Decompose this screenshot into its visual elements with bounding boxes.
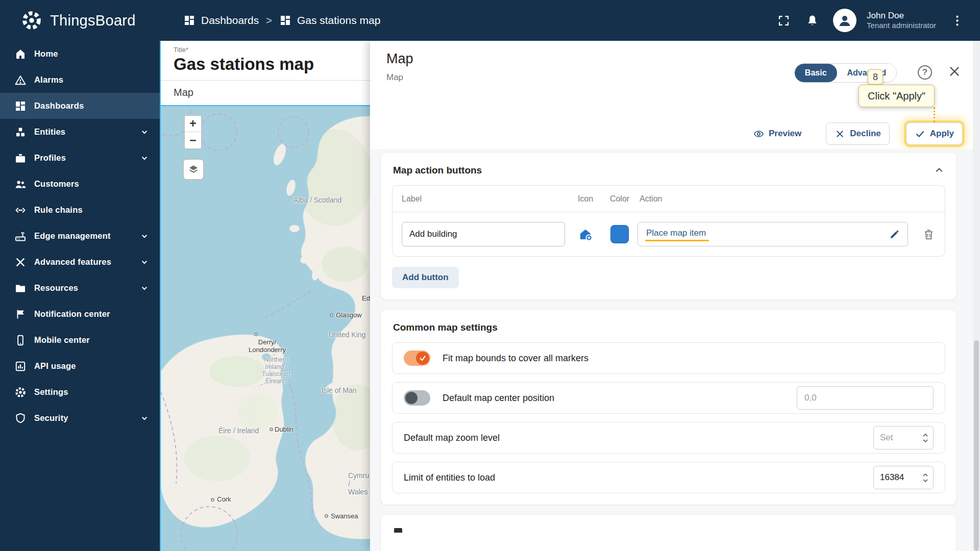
breadcrumb-current-dashboard[interactable]: Gas stations map: [279, 14, 380, 27]
sidebar-item-profiles[interactable]: Profiles: [0, 145, 160, 171]
stepper-down-icon: [922, 439, 928, 443]
action-buttons-table: Label Icon Color Action: [392, 185, 945, 257]
chart-icon: [14, 360, 27, 372]
setting-fit-bounds: Fit map bounds to cover all markers: [392, 342, 945, 374]
tutorial-callout: Click "Apply": [859, 85, 935, 107]
sidebar-item-settings[interactable]: Settings: [0, 379, 160, 405]
top-bar: ThingsBoard Dashboards > Gas stations ma…: [0, 0, 980, 41]
zoom-level-input[interactable]: [874, 433, 920, 443]
x-icon: [835, 129, 845, 139]
tab-advanced[interactable]: Advanced: [837, 64, 896, 82]
zoom-out-button[interactable]: −: [185, 132, 201, 148]
sidebar-item-label: Settings: [34, 387, 68, 397]
sidebar-item-label: Mobile center: [34, 335, 90, 345]
column-action: Action: [638, 194, 912, 204]
setting-map-center: Default map center position: [392, 382, 945, 414]
add-button[interactable]: Add button: [392, 267, 459, 288]
entity-limit-stepper[interactable]: [920, 473, 933, 483]
sidebar-item-label: Security: [34, 413, 68, 423]
city-dot-derry: [254, 333, 258, 336]
sidebar-item-label: API usage: [34, 361, 76, 371]
sidebar-item-customers[interactable]: Customers: [0, 171, 160, 197]
user-info: John Doe Tenant administrator: [867, 10, 936, 31]
sidebar-item-advanced-features[interactable]: Advanced features: [0, 249, 160, 275]
sidebar-item-edge-management[interactable]: Edge management: [0, 223, 160, 249]
sidebar-item-dashboards[interactable]: Dashboards: [0, 93, 160, 119]
tutorial-callout-connector: [934, 107, 935, 122]
settings-panel-title: Map: [386, 51, 413, 67]
sidebar-item-rule-chains[interactable]: Rule chains: [0, 197, 160, 223]
more-menu-button[interactable]: [949, 13, 965, 28]
collapse-section-button[interactable]: [933, 164, 945, 176]
sidebar-item-security[interactable]: Security: [0, 405, 160, 431]
decline-button[interactable]: Decline: [826, 122, 889, 145]
tab-basic[interactable]: Basic: [795, 64, 837, 82]
notifications-button[interactable]: [804, 13, 820, 28]
sidebar-item-label: Alarms: [34, 75, 63, 85]
dashboards-icon: [183, 14, 195, 27]
sidebar-item-home[interactable]: Home: [0, 41, 160, 67]
eye-icon: [753, 129, 764, 139]
fullscreen-button[interactable]: [776, 13, 791, 28]
sidebar-item-notification-center[interactable]: Notification center: [0, 301, 160, 327]
sidebar-item-alarms[interactable]: Alarms: [0, 67, 160, 93]
chevron-down-icon: [138, 282, 151, 294]
sidebar-item-label: Dashboards: [34, 101, 84, 111]
breadcrumb-separator: >: [266, 15, 272, 27]
sidebar-item-mobile-center[interactable]: Mobile center: [0, 327, 160, 353]
delete-row-icon[interactable]: [922, 228, 935, 241]
help-button[interactable]: ?: [918, 65, 932, 80]
user-avatar[interactable]: [833, 9, 856, 32]
dashboards-icon: [14, 100, 27, 112]
entity-limit-input[interactable]: [874, 472, 920, 483]
dashboard-title-value[interactable]: Gas stations map: [174, 55, 370, 74]
button-icon-picker[interactable]: [569, 227, 602, 242]
panel-actions: Preview Decline Apply: [745, 122, 963, 145]
sidebar-item-label: Home: [34, 49, 58, 59]
kebab-menu-icon: [950, 14, 964, 28]
scrollbar-thumb[interactable]: [974, 340, 979, 551]
action-link[interactable]: Place map item: [645, 227, 709, 241]
app-logo[interactable]: ThingsBoard: [0, 9, 160, 32]
button-label-input[interactable]: [402, 222, 565, 246]
close-icon: [948, 65, 961, 78]
map-center-toggle[interactable]: [404, 390, 430, 406]
check-icon: [915, 129, 925, 139]
map-widget[interactable]: + − Alba / Scotland Ed Glasgow United Ki…: [161, 105, 370, 551]
chevron-down-icon: [138, 256, 151, 268]
dashboard-editor: Title* Gas stations map Map: [160, 41, 370, 551]
close-panel-button[interactable]: [946, 63, 963, 80]
settings-panel-header: Map Map Basic Advanced ? 8 Click "Apply"…: [370, 41, 980, 149]
check-icon: [419, 355, 426, 362]
map-center-input[interactable]: [797, 393, 933, 403]
widget-title: Map: [161, 81, 370, 105]
map-layers-button[interactable]: [183, 159, 204, 180]
fit-bounds-toggle[interactable]: [404, 350, 430, 366]
clipped-heading-fragment: [394, 528, 402, 533]
sidebar-item-entities[interactable]: Entities: [0, 119, 160, 145]
sidebar-item-api-usage[interactable]: API usage: [0, 353, 160, 379]
entities-icon: [14, 126, 27, 138]
city-dot-cork: [211, 498, 214, 502]
button-color-swatch[interactable]: [610, 225, 629, 243]
zoom-level-stepper[interactable]: [920, 433, 933, 443]
column-icon: Icon: [569, 194, 602, 204]
stepper-up-icon: [922, 473, 928, 477]
widget-settings-panel: Map Map Basic Advanced ? 8 Click "Apply"…: [370, 41, 980, 551]
zoom-in-button[interactable]: +: [185, 116, 201, 132]
top-bar-right: John Doe Tenant administrator: [776, 9, 980, 32]
breadcrumb-label: Dashboards: [201, 14, 259, 27]
flag-icon: [14, 308, 27, 320]
sidebar-item-label: Advanced features: [34, 257, 111, 267]
edit-action-icon[interactable]: [889, 229, 900, 240]
sidebar-item-label: Edge management: [34, 231, 111, 241]
apply-button[interactable]: Apply: [906, 122, 963, 145]
breadcrumb-dashboards[interactable]: Dashboards: [183, 14, 259, 27]
sidebar-item-resources[interactable]: Resources: [0, 275, 160, 301]
dashboard-title-field[interactable]: Title* Gas stations map: [161, 41, 370, 81]
button-action-field: Place map item: [638, 222, 908, 246]
sidebar-item-label: Customers: [34, 179, 79, 189]
setting-entity-limit: Limit of entities to load: [392, 462, 945, 493]
sidebar-item-label: Profiles: [34, 153, 66, 163]
preview-button[interactable]: Preview: [745, 122, 810, 145]
